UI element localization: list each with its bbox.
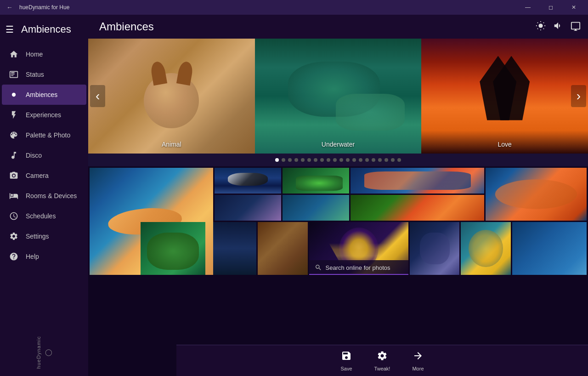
sidebar-item-camera[interactable]: Camera xyxy=(2,165,86,186)
home-icon xyxy=(9,50,18,59)
maximize-button[interactable]: ◻ xyxy=(540,0,561,15)
ambiences-icon xyxy=(9,90,18,99)
carousel-dot-5[interactable] xyxy=(307,158,311,162)
carousel-dot-14[interactable] xyxy=(365,158,369,162)
screen-icon[interactable] xyxy=(571,21,581,33)
photo-grid-container: Search online for photos xyxy=(88,166,588,345)
brightness-icon[interactable] xyxy=(536,21,546,33)
carousel-dots xyxy=(88,154,588,166)
grid-cell-jellyfish-colorful[interactable]: Search online for photos xyxy=(309,222,409,275)
carousel-slide-love[interactable]: Love xyxy=(421,39,588,154)
carousel-dot-16[interactable] xyxy=(378,158,382,162)
header-title: Ambiences xyxy=(99,20,154,33)
more-icon xyxy=(413,350,424,364)
grid-cell-turtle-surface[interactable] xyxy=(512,222,587,275)
more-label: More xyxy=(412,366,424,371)
menu-icon[interactable]: ☰ xyxy=(4,22,16,37)
content-area: Ambiences xyxy=(88,15,588,376)
sidebar-label-settings: Settings xyxy=(26,233,49,240)
sidebar-label-experiences: Experiences xyxy=(26,111,61,119)
carousel-label-animal: Animal xyxy=(162,141,181,148)
sidebar-item-disco[interactable]: Disco xyxy=(2,145,86,165)
schedules-icon xyxy=(9,211,18,221)
sidebar-item-ambiences[interactable]: Ambiences xyxy=(2,85,86,105)
rooms-icon xyxy=(9,191,18,200)
grid-cell-yellow-fish[interactable] xyxy=(461,222,510,275)
sidebar-header: ☰ Ambiences xyxy=(0,18,88,44)
palette-icon xyxy=(9,131,18,140)
grid-row-1-right xyxy=(215,168,484,221)
save-label: Save xyxy=(341,366,352,371)
carousel-dot-11[interactable] xyxy=(346,158,350,162)
carousel-dot-8[interactable] xyxy=(327,158,330,162)
carousel-prev-button[interactable]: ‹ xyxy=(90,85,105,107)
disco-icon xyxy=(9,151,18,160)
grid-cell-colorful-fish[interactable] xyxy=(351,168,484,194)
close-button[interactable]: ✕ xyxy=(563,0,584,15)
carousel-dot-12[interactable] xyxy=(352,158,356,162)
grid-cell-diver-small[interactable] xyxy=(283,195,349,221)
grid-cell-orca[interactable] xyxy=(215,168,281,194)
experiences-icon xyxy=(9,110,18,120)
header-bar: Ambiences xyxy=(88,15,588,39)
settings-icon xyxy=(9,232,18,241)
sidebar-label-status: Status xyxy=(26,71,44,78)
sidebar-label-camera: Camera xyxy=(26,172,49,179)
tweak-icon xyxy=(377,350,388,364)
sidebar-item-palette[interactable]: Palette & Photo xyxy=(2,125,86,145)
grid-cell-turtle[interactable] xyxy=(141,222,205,275)
sidebar-item-help[interactable]: Help xyxy=(2,246,86,267)
back-button[interactable]: ← xyxy=(4,3,16,12)
carousel-dot-13[interactable] xyxy=(359,158,362,162)
status-icon xyxy=(9,70,18,79)
carousel: Animal Underwater Love ‹ › xyxy=(88,39,588,154)
carousel-dot-3[interactable] xyxy=(294,158,298,162)
sidebar-label-home: Home xyxy=(26,51,43,58)
carousel-dot-10[interactable] xyxy=(339,158,343,162)
grid-cell-coral-green[interactable] xyxy=(283,168,349,194)
carousel-dot-2[interactable] xyxy=(288,158,292,162)
carousel-dot-19[interactable] xyxy=(397,158,401,162)
bottom-toolbar: Save Tweak! More xyxy=(176,345,588,376)
sidebar-item-settings[interactable]: Settings xyxy=(2,226,86,246)
carousel-dot-17[interactable] xyxy=(384,158,388,162)
carousel-slide-animal[interactable]: Animal xyxy=(88,39,255,154)
title-bar: ← hueDynamic for Hue — ◻ ✕ xyxy=(0,0,588,15)
grid-cell-stingray[interactable] xyxy=(410,222,459,275)
sidebar-item-experiences[interactable]: Experiences xyxy=(2,105,86,125)
carousel-dot-0[interactable] xyxy=(275,158,279,162)
volume-icon[interactable] xyxy=(553,21,563,33)
grid-cell-jellyfish-small[interactable] xyxy=(215,195,281,221)
header-icons xyxy=(536,21,581,33)
tweak-button[interactable]: Tweak! xyxy=(374,350,390,371)
sidebar-item-home[interactable]: Home xyxy=(2,44,86,64)
minimize-button[interactable]: — xyxy=(517,0,538,15)
carousel-dot-6[interactable] xyxy=(314,158,317,162)
carousel-dot-1[interactable] xyxy=(282,158,285,162)
grid-cell-texture[interactable] xyxy=(258,222,307,275)
titlebar-left: ← hueDynamic for Hue xyxy=(4,3,69,12)
carousel-dot-9[interactable] xyxy=(333,158,337,162)
titlebar-controls: — ◻ ✕ xyxy=(517,0,584,15)
grid-cell-tropical-right[interactable] xyxy=(486,168,587,221)
sidebar-item-status[interactable]: Status xyxy=(2,64,86,85)
more-button[interactable]: More xyxy=(412,350,424,371)
brand-icon: ◯ xyxy=(45,348,52,356)
sidebar-brand: hueDynamic ◯ xyxy=(0,336,88,369)
carousel-dot-4[interactable] xyxy=(301,158,305,162)
brand-text: hueDynamic xyxy=(36,336,41,369)
carousel-slide-underwater[interactable]: Underwater xyxy=(255,39,422,154)
camera-icon xyxy=(9,171,18,180)
carousel-dot-15[interactable] xyxy=(372,158,375,162)
carousel-dot-7[interactable] xyxy=(320,158,324,162)
grid-cell-diver-deep[interactable] xyxy=(207,222,256,275)
save-button[interactable]: Save xyxy=(341,350,352,371)
carousel-label-underwater: Underwater xyxy=(322,141,355,148)
sidebar-page-title: Ambiences xyxy=(21,23,71,35)
sidebar-item-schedules[interactable]: Schedules xyxy=(2,206,86,226)
carousel-next-button[interactable]: › xyxy=(571,85,586,107)
sidebar-label-disco: Disco xyxy=(26,152,42,159)
carousel-dot-18[interactable] xyxy=(391,158,395,162)
grid-cell-reef-large[interactable] xyxy=(351,195,484,221)
sidebar-item-rooms[interactable]: Rooms & Devices xyxy=(2,186,86,206)
